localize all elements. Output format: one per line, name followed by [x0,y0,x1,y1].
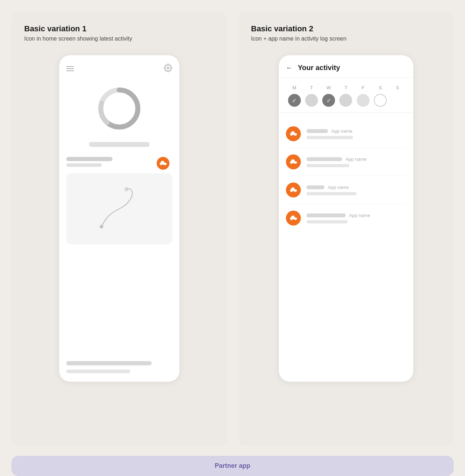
day-label-f: F [357,85,370,90]
donut-chart-area [66,84,172,133]
day-circle-f [357,94,370,107]
day-label-s1: S [374,85,387,90]
day-label-t1: T [305,85,318,90]
phone-mockup-1 [59,55,180,382]
bottom-bar-1 [66,361,152,365]
activity-row [66,157,172,167]
text-stub-1a [307,129,328,133]
variation-1-title: Basic variation 1 [24,24,87,33]
variation-1-panel: Basic variation 1 Icon in home screen sh… [11,11,227,446]
check-m: ✓ [292,97,297,104]
day-circle-t2 [339,94,352,107]
activity-text-3: App name [307,185,406,195]
days-labels: M T W T F S S [286,85,406,90]
variation-1-subtitle: Icon in home screen showing latest activ… [24,36,132,42]
progress-bar-row [66,142,172,147]
text-stub-2a [307,157,342,161]
hamburger-icon [66,66,74,71]
text-stub-2b [307,164,349,167]
text-stub-4b [307,220,348,223]
svg-point-0 [167,67,169,69]
day-label-s2: S [391,85,404,90]
day-circle-s2 [391,94,404,107]
activity-item-3: App name [286,176,406,204]
day-circle-m: ✓ [288,94,301,107]
days-circles: ✓ ✓ [286,94,406,107]
activity-text-1: App name [307,128,406,139]
svg-point-4 [100,225,103,228]
bottom-bar-2 [66,370,130,373]
activity-text-row-2: App name [307,157,406,162]
partner-bar: Partner app [11,456,454,476]
activity-text-2: App name [307,157,406,167]
activity-icon-1 [286,126,301,141]
variation-2-panel: Basic variation 2 Icon + app name in act… [238,11,454,446]
map-area [66,173,172,244]
app-name-1: App name [331,128,352,134]
day-label-m: M [288,85,301,90]
activity-text-row-3: App name [307,185,406,190]
app-name-4: App name [349,213,370,218]
text-stub-3a [307,185,324,189]
activity-item-4: App name [286,204,406,232]
activity-text-row-1: App name [307,128,406,134]
phone-topbar-1 [66,64,172,74]
activity-icon-3 [286,183,301,197]
gear-icon [164,64,172,74]
text-stub-1b [307,136,353,139]
variation-2-title: Basic variation 2 [251,24,313,33]
day-circle-w: ✓ [322,94,335,107]
activity-item-1: App name [286,120,406,148]
activity-list: App name App name [279,113,413,239]
bottom-bars [66,361,172,373]
day-circle-t1 [305,94,318,107]
orange-badge [157,157,169,170]
app-name-2: App name [346,157,367,162]
activity-text-4: App name [307,213,406,223]
activity-icon-4 [286,211,301,226]
activity-text-row-4: App name [307,213,406,218]
activity-line-1 [66,157,113,161]
app-name-3: App name [328,185,349,190]
day-label-w: W [322,85,335,90]
text-stub-4a [307,213,346,217]
week-row: M T W T F S S ✓ ✓ [279,78,413,113]
day-label-t2: T [339,85,352,90]
activity-line-2 [66,163,102,167]
variation-2-subtitle: Icon + app name in activity log screen [251,36,346,42]
phone-mockup-2: ← Your activity M T W T F S S ✓ [278,55,414,382]
day-circle-s1 [374,94,387,107]
activity-icon-2 [286,154,301,169]
progress-bar [89,142,150,147]
text-stub-3b [307,192,356,195]
activity-item-2: App name [286,148,406,176]
back-arrow-icon: ← [286,64,293,72]
partner-bar-label: Partner app [215,462,250,469]
phone2-header: ← Your activity [279,55,413,78]
activity-screen-title: Your activity [298,64,340,72]
check-w: ✓ [326,97,331,104]
